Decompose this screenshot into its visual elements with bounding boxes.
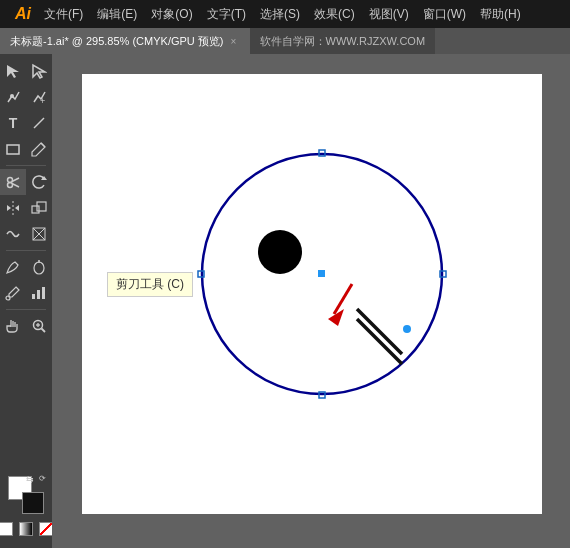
tool-row-7 <box>0 221 52 247</box>
svg-line-33 <box>357 319 402 364</box>
canvas-area[interactable]: 剪刀工具 (C) <box>52 54 570 548</box>
tool-row-8 <box>0 254 52 280</box>
svg-marker-0 <box>7 65 19 78</box>
direct-select-tool[interactable] <box>26 58 52 84</box>
svg-line-4 <box>34 118 44 128</box>
svg-rect-25 <box>42 287 45 299</box>
pen-tool[interactable] <box>0 84 26 110</box>
separator-1 <box>6 165 46 166</box>
reflect-tool[interactable] <box>0 195 26 221</box>
svg-rect-23 <box>32 294 35 299</box>
svg-line-32 <box>357 309 402 354</box>
tab-active[interactable]: 未标题-1.ai* @ 295.85% (CMYK/GPU 预览) × <box>0 28 250 54</box>
tab-active-close[interactable]: × <box>228 35 240 47</box>
tool-row-10 <box>0 313 52 339</box>
add-anchor-tool[interactable]: + <box>26 84 52 110</box>
tool-row-6 <box>0 195 52 221</box>
stroke-color-box[interactable] <box>22 492 44 514</box>
main-layout: + T <box>0 54 570 548</box>
menu-edit[interactable]: 编辑(E) <box>91 0 143 28</box>
svg-line-31 <box>334 284 352 314</box>
tool-row-2: + <box>0 84 52 110</box>
svg-marker-1 <box>33 65 45 78</box>
tool-row-4 <box>0 136 52 162</box>
rotate-tool[interactable] <box>26 169 52 195</box>
svg-rect-5 <box>7 145 19 154</box>
scissors-tool[interactable] <box>0 169 26 195</box>
brush-tool[interactable] <box>0 254 26 280</box>
menu-text[interactable]: 文字(T) <box>201 0 252 28</box>
hand-tool[interactable] <box>0 313 26 339</box>
line-tool[interactable] <box>26 110 52 136</box>
svg-line-6 <box>41 143 45 147</box>
menu-object[interactable]: 对象(O) <box>145 0 198 28</box>
tab-active-label: 未标题-1.ai* @ 295.85% (CMYK/GPU 预览) <box>10 34 224 49</box>
svg-rect-24 <box>37 290 40 299</box>
toolbar: + T <box>0 54 52 548</box>
menu-window[interactable]: 窗口(W) <box>417 0 472 28</box>
blob-brush-tool[interactable] <box>26 254 52 280</box>
reset-colors[interactable]: ⟳ <box>39 474 46 483</box>
svg-marker-14 <box>15 205 19 211</box>
eyedrop-tool[interactable] <box>0 280 26 306</box>
scissors-cursor <box>352 304 432 387</box>
color-mode-solid[interactable] <box>0 520 15 538</box>
svg-marker-13 <box>7 205 11 211</box>
svg-point-20 <box>34 262 44 274</box>
tool-row-1 <box>0 58 52 84</box>
svg-point-8 <box>8 183 13 188</box>
svg-point-22 <box>6 296 10 300</box>
svg-text:+: + <box>40 96 45 105</box>
separator-3 <box>6 309 46 310</box>
tab-inactive[interactable]: 软件自学网：WWW.RJZXW.COM <box>250 28 436 54</box>
scissors-cursor-svg <box>352 304 432 384</box>
swap-colors[interactable]: ⇆ <box>26 474 34 484</box>
black-dot <box>258 230 302 274</box>
pencil-tool[interactable] <box>26 136 52 162</box>
tool-row-9 <box>0 280 52 306</box>
tool-row-3: T <box>0 110 52 136</box>
title-bar: Ai 文件(F) 编辑(E) 对象(O) 文字(T) 选择(S) 效果(C) 视… <box>0 0 570 28</box>
svg-point-2 <box>10 94 14 98</box>
type-tool[interactable]: T <box>0 110 26 136</box>
ai-logo: Ai <box>8 0 38 28</box>
scale-tool[interactable] <box>26 195 52 221</box>
menu-effect[interactable]: 效果(C) <box>308 0 361 28</box>
color-mode-gradient[interactable] <box>17 520 35 538</box>
select-tool[interactable] <box>0 58 26 84</box>
menu-select[interactable]: 选择(S) <box>254 0 306 28</box>
color-mode-row <box>0 520 55 538</box>
zoom-tool[interactable] <box>26 313 52 339</box>
mesh-tool[interactable] <box>26 221 52 247</box>
menu-view[interactable]: 视图(V) <box>363 0 415 28</box>
svg-rect-15 <box>32 206 39 213</box>
tab-inactive-label: 软件自学网：WWW.RJZXW.COM <box>260 34 426 49</box>
menu-file[interactable]: 文件(F) <box>38 0 89 28</box>
menu-help[interactable]: 帮助(H) <box>474 0 527 28</box>
artboard <box>82 74 542 514</box>
svg-line-27 <box>42 329 46 333</box>
menu-bar: 文件(F) 编辑(E) 对象(O) 文字(T) 选择(S) 效果(C) 视图(V… <box>38 0 562 28</box>
rect-tool[interactable] <box>0 136 26 162</box>
chart-tool[interactable] <box>26 280 52 306</box>
warp-tool[interactable] <box>0 221 26 247</box>
separator-2 <box>6 250 46 251</box>
tab-bar: 未标题-1.ai* @ 295.85% (CMYK/GPU 预览) × 软件自学… <box>0 28 570 54</box>
tool-row-5 <box>0 169 52 195</box>
stroke-fill-container: ⟳ ⇆ <box>6 474 46 514</box>
